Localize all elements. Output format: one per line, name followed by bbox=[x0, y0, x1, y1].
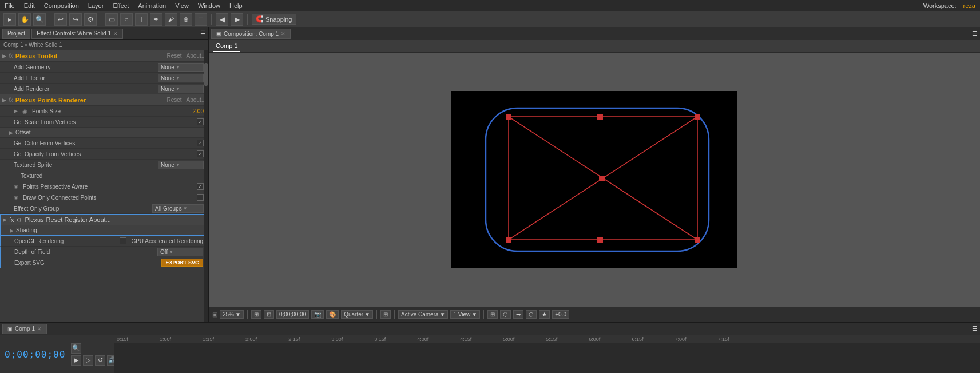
tl-frame-fwd[interactable]: ▷ bbox=[83, 355, 93, 366]
eraser-tool[interactable]: ◻ bbox=[195, 13, 207, 26]
add-geometry-dropdown[interactable]: None ▼ bbox=[158, 63, 204, 72]
panel-scrollbar[interactable] bbox=[204, 50, 208, 322]
resolution-dropdown[interactable]: Quarter ▼ bbox=[341, 310, 373, 319]
offset-subsection[interactable]: ▶ Offset bbox=[0, 128, 208, 138]
settings-btn[interactable]: ⚙ bbox=[84, 13, 97, 26]
pen-tool[interactable]: ✒ bbox=[150, 13, 162, 26]
get-scale-checkbox[interactable]: ✓ bbox=[197, 118, 204, 125]
prev-frame[interactable]: ◀ bbox=[216, 13, 228, 26]
brush-tool[interactable]: 🖌 bbox=[165, 13, 177, 26]
toolkit-about[interactable]: About... bbox=[187, 53, 206, 59]
plexus-actions: Reset Register About... bbox=[46, 216, 111, 223]
timeline-ruler: 0:15f 1:00f 1:15f 2:00f 2:15f 3:00f 3:15… bbox=[114, 335, 980, 343]
rect-tool[interactable]: ▭ bbox=[105, 13, 118, 26]
points-size-value[interactable]: 2.00 bbox=[193, 108, 204, 114]
menu-layer[interactable]: Layer bbox=[86, 2, 106, 9]
plexus-toolkit-header[interactable]: ▶ fx Plexus Toolkit Reset About... bbox=[0, 50, 208, 62]
show-channel[interactable]: 🎨 bbox=[326, 310, 339, 319]
timeline-tab-comp1[interactable]: ▣ Comp 1 ✕ bbox=[2, 324, 47, 334]
shading-subsection[interactable]: ▶ Shading bbox=[0, 225, 208, 236]
divider-4 bbox=[483, 310, 484, 319]
mask-icon[interactable]: ⬡ bbox=[500, 310, 511, 319]
panel-menu-icon[interactable]: ☰ bbox=[200, 30, 206, 37]
get-color-checkbox[interactable]: ✓ bbox=[197, 140, 204, 146]
text-tool[interactable]: T bbox=[135, 13, 148, 26]
dof-dropdown[interactable]: Off ▼ bbox=[157, 248, 203, 256]
menu-window[interactable]: Window bbox=[196, 2, 223, 9]
scrollbar-thumb bbox=[204, 63, 208, 86]
resize-icon[interactable]: ⊡ bbox=[264, 310, 274, 319]
menu-edit[interactable]: Edit bbox=[22, 2, 37, 9]
plexus-about[interactable]: About... bbox=[89, 216, 111, 223]
menu-file[interactable]: File bbox=[2, 2, 17, 9]
toolbar-divider-4 bbox=[247, 14, 248, 25]
get-opacity-checkbox[interactable]: ✓ bbox=[197, 150, 204, 157]
svg-rect-4 bbox=[506, 114, 511, 120]
get-scale-label: Get Scale From Vertices bbox=[14, 119, 195, 125]
undo-btn[interactable]: ↩ bbox=[54, 13, 67, 26]
points-reset[interactable]: Reset bbox=[166, 97, 181, 103]
tl-play-btn[interactable]: ▶ bbox=[71, 355, 81, 366]
offset-display[interactable]: +0.0 bbox=[552, 310, 569, 319]
add-renderer-dropdown[interactable]: None ▼ bbox=[158, 85, 204, 93]
timecode-display[interactable]: 0;00;00;00 bbox=[276, 310, 309, 319]
effect-group-dropdown[interactable]: All Groups ▼ bbox=[152, 204, 204, 213]
plexus-points-header[interactable]: ▶ fx Plexus Points Renderer Reset About.… bbox=[0, 94, 208, 106]
plexus-register[interactable]: Register bbox=[64, 216, 88, 223]
add-effector-dropdown[interactable]: None ▼ bbox=[158, 74, 204, 82]
comp-tab-main[interactable]: ▣ Composition: Comp 1 ✕ bbox=[211, 29, 291, 39]
gpu-label: GPU Accelerated Rendering bbox=[131, 238, 203, 244]
mark-13: 7:00f bbox=[675, 336, 686, 342]
mark-0: 0:15f bbox=[117, 336, 128, 342]
opengl-checkbox[interactable] bbox=[120, 237, 126, 244]
fit-icon[interactable]: ⊞ bbox=[251, 310, 261, 319]
plexus-reset[interactable]: Reset bbox=[46, 216, 63, 223]
draw-connected-checkbox[interactable] bbox=[197, 194, 204, 201]
export-svg-button[interactable]: EXPORT SVG bbox=[161, 259, 203, 267]
textured-sprite-dropdown[interactable]: None ▼ bbox=[158, 161, 204, 169]
menu-view[interactable]: View bbox=[173, 2, 191, 9]
redo-btn[interactable]: ↪ bbox=[69, 13, 82, 26]
tab-close-icon[interactable]: ✕ bbox=[113, 31, 118, 37]
menu-bar: File Edit Composition Layer Effect Anima… bbox=[0, 0, 980, 11]
menu-composition[interactable]: Composition bbox=[42, 2, 81, 9]
shading-label: Shading bbox=[16, 227, 37, 233]
tab-effect-controls[interactable]: Effect Controls: White Solid 1 ✕ bbox=[31, 29, 123, 39]
tab-project[interactable]: Project bbox=[2, 29, 30, 39]
snapshot-icon[interactable]: 📷 bbox=[311, 310, 324, 319]
mark-4: 2:15f bbox=[288, 336, 300, 342]
snapping-toggle[interactable]: 🧲 Snapping bbox=[252, 14, 296, 25]
camera-dropdown[interactable]: Active Camera ▼ bbox=[398, 310, 448, 319]
selection-tool[interactable]: ▸ bbox=[3, 13, 16, 26]
zoom-tool[interactable]: 🔍 bbox=[33, 13, 46, 26]
effects-icon[interactable]: ★ bbox=[539, 310, 550, 319]
toolkit-reset[interactable]: Reset bbox=[166, 53, 181, 59]
view-dropdown[interactable]: 1 View ▼ bbox=[450, 310, 480, 319]
points-perspective-checkbox[interactable]: ✓ bbox=[197, 183, 204, 190]
comp-nav-tab-1[interactable]: Comp 1 bbox=[213, 40, 240, 52]
menu-effect[interactable]: Effect bbox=[110, 2, 131, 9]
main-layout: Project Effect Controls: White Solid 1 ✕… bbox=[0, 27, 980, 322]
clone-tool[interactable]: ⊕ bbox=[180, 13, 192, 26]
next-frame[interactable]: ▶ bbox=[231, 13, 243, 26]
tl-panel-menu[interactable]: ☰ bbox=[972, 325, 978, 332]
3d-icon[interactable]: ⬡ bbox=[526, 310, 537, 319]
tl-search-btn[interactable]: 🔍 bbox=[71, 343, 81, 354]
comp-panel-menu[interactable]: ☰ bbox=[972, 30, 978, 38]
ellipse-tool[interactable]: ○ bbox=[120, 13, 133, 26]
tl-loop-btn[interactable]: ↺ bbox=[95, 355, 105, 366]
mark-1: 1:00f bbox=[160, 336, 171, 342]
points-about[interactable]: About... bbox=[187, 97, 206, 103]
tl-tab-close[interactable]: ✕ bbox=[37, 326, 42, 332]
plexus-main-header[interactable]: ▶ fx ⚙ Plexus Reset Register About... bbox=[0, 214, 208, 225]
menu-animation[interactable]: Animation bbox=[136, 2, 168, 9]
workspace-value[interactable]: reza bbox=[961, 2, 978, 9]
zoom-dropdown[interactable]: 25% ▼ bbox=[220, 310, 244, 319]
hand-tool[interactable]: ✋ bbox=[18, 13, 31, 26]
transparency-grid[interactable]: ⊞ bbox=[380, 310, 391, 319]
comp-tab-close[interactable]: ✕ bbox=[281, 31, 285, 37]
get-color-row: Get Color From Vertices ✓ bbox=[0, 138, 208, 149]
menu-help[interactable]: Help bbox=[227, 2, 245, 9]
grid-icon[interactable]: ⊞ bbox=[487, 310, 498, 319]
motion-icon[interactable]: ➡ bbox=[513, 310, 523, 319]
